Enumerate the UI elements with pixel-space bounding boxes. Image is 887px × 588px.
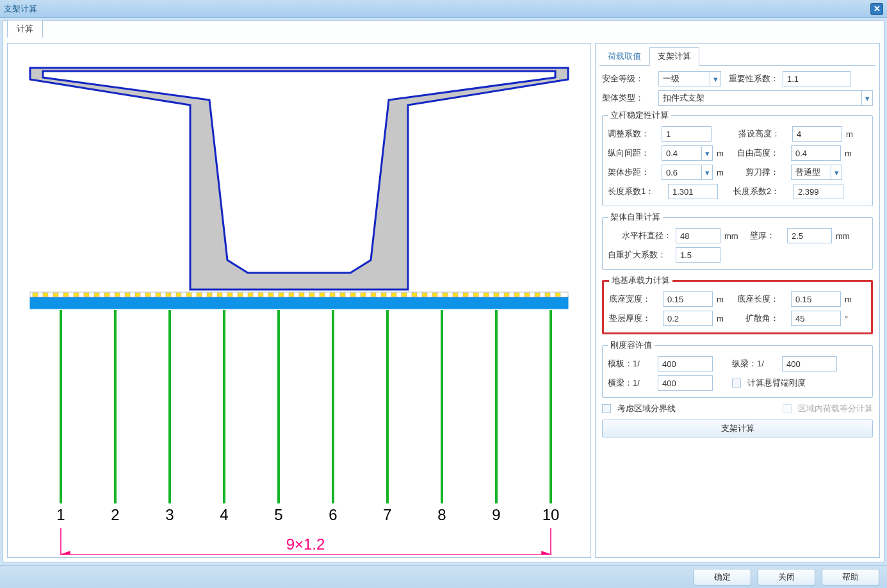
scissor-combo[interactable]: ▾ <box>791 165 842 180</box>
amp-input[interactable] <box>676 247 720 263</box>
free-unit: m <box>845 149 861 158</box>
crossb-input[interactable] <box>658 375 713 391</box>
thick-label: 壁厚： <box>750 230 783 241</box>
thick-unit: mm <box>836 231 858 241</box>
frame-type-combo[interactable]: ▾ <box>658 90 873 106</box>
longb-label: 纵梁：1/ <box>732 358 778 370</box>
svg-rect-7 <box>84 293 89 297</box>
safety-level-combo[interactable]: ▾ <box>658 71 721 86</box>
thick-input[interactable] <box>787 228 832 243</box>
longb-input[interactable] <box>782 356 837 372</box>
ok-button[interactable]: 确定 <box>694 569 751 585</box>
scissor-input[interactable] <box>791 165 831 180</box>
len1-label: 长度系数1： <box>608 186 664 197</box>
height-input[interactable] <box>792 126 842 142</box>
safety-level-input[interactable] <box>658 71 710 86</box>
height-unit: m <box>846 129 863 139</box>
step-unit: m <box>717 168 733 177</box>
bl-unit: m <box>845 295 861 304</box>
chevron-down-icon[interactable]: ▾ <box>701 145 713 161</box>
svg-rect-18 <box>197 293 202 297</box>
svg-rect-17 <box>186 293 191 297</box>
tab-compute[interactable]: 计算 <box>7 20 43 38</box>
svg-rect-31 <box>330 293 335 297</box>
svg-rect-8 <box>94 293 99 297</box>
compute-button[interactable]: 支架计算 <box>602 420 873 437</box>
group-upright: 立杆稳定性计算 调整系数： 搭设高度： m 纵向间距： <box>602 110 873 206</box>
svg-rect-43 <box>453 293 458 297</box>
svg-rect-44 <box>463 293 468 297</box>
pt-input[interactable] <box>663 311 713 326</box>
chevron-down-icon[interactable]: ▾ <box>861 90 873 106</box>
svg-rect-10 <box>115 293 120 297</box>
group-stiffness-legend: 刚度容许值 <box>608 339 655 351</box>
svg-rect-50 <box>525 293 530 297</box>
support-posts <box>61 310 551 503</box>
svg-rect-9 <box>104 293 110 297</box>
group-foundation-legend: 地基承载力计算 <box>609 275 672 286</box>
dimension-value: 9×1.2 <box>286 535 325 553</box>
len2-input[interactable] <box>793 184 843 199</box>
svg-rect-0 <box>30 297 568 309</box>
svg-marker-77 <box>61 551 70 555</box>
importance-input[interactable] <box>783 71 850 86</box>
tab-load[interactable]: 荷载取值 <box>599 47 649 65</box>
svg-rect-53 <box>555 293 560 297</box>
step-combo[interactable]: ▾ <box>662 165 713 180</box>
svg-rect-47 <box>494 293 499 297</box>
tab-support-calc[interactable]: 支架计算 <box>649 47 699 66</box>
height-label: 搭设高度： <box>738 128 788 140</box>
chevron-down-icon[interactable]: ▾ <box>831 165 842 180</box>
sub-tabs: 荷载取值 支架计算 <box>599 47 875 66</box>
svg-rect-12 <box>135 293 140 297</box>
svg-text:10: 10 <box>542 506 560 523</box>
long-input[interactable] <box>662 145 701 161</box>
free-input[interactable] <box>791 145 841 161</box>
hdiam-label: 水平杆直径： <box>608 230 672 241</box>
svg-rect-48 <box>504 293 509 297</box>
close-button[interactable]: 关闭 <box>758 569 815 585</box>
ang-input[interactable] <box>791 311 841 326</box>
svg-rect-37 <box>391 293 396 297</box>
svg-rect-14 <box>156 293 161 297</box>
region-equal-checkbox <box>783 404 792 413</box>
bw-input[interactable] <box>663 291 713 307</box>
svg-rect-35 <box>371 293 376 297</box>
bw-unit: m <box>717 295 733 304</box>
svg-rect-40 <box>422 293 427 297</box>
consider-region-checkbox[interactable] <box>602 404 611 413</box>
adjust-input[interactable] <box>662 126 712 142</box>
svg-text:2: 2 <box>111 506 119 523</box>
svg-rect-51 <box>535 293 540 297</box>
help-button[interactable]: 帮助 <box>822 569 879 585</box>
footer: 确定 关闭 帮助 <box>0 565 887 588</box>
bridge-diagram: 1 2 3 4 5 6 7 8 9 10 <box>24 49 574 555</box>
frame-type-input[interactable] <box>658 90 861 106</box>
step-input[interactable] <box>662 165 701 180</box>
formwork-label: 模板：1/ <box>608 358 654 370</box>
chevron-down-icon[interactable]: ▾ <box>710 71 721 86</box>
svg-rect-25 <box>268 293 273 297</box>
group-foundation: 地基承载力计算 底座宽度： m 底座长度： m 垫层厚度： m <box>602 275 873 334</box>
hdiam-input[interactable] <box>676 228 720 243</box>
svg-rect-4 <box>53 293 58 297</box>
close-icon[interactable]: ✕ <box>870 3 883 15</box>
cantilever-checkbox[interactable] <box>732 379 741 388</box>
svg-rect-30 <box>320 293 325 297</box>
adjust-label: 调整系数： <box>608 128 658 140</box>
svg-rect-38 <box>402 293 407 297</box>
cantilever-label: 计算悬臂端刚度 <box>747 377 806 389</box>
chevron-down-icon[interactable]: ▾ <box>701 165 713 180</box>
inner-panel: 计算 <box>3 20 884 562</box>
svg-rect-20 <box>217 293 222 297</box>
ang-unit: ° <box>845 314 861 323</box>
long-combo[interactable]: ▾ <box>662 145 713 161</box>
bl-input[interactable] <box>791 291 841 307</box>
svg-rect-52 <box>545 293 550 297</box>
svg-rect-16 <box>176 293 181 297</box>
ang-label: 扩散角： <box>737 313 787 324</box>
len2-label: 长度系数2： <box>733 186 790 197</box>
formwork-input[interactable] <box>658 356 713 372</box>
len1-input[interactable] <box>668 184 718 199</box>
form-area: 安全等级： ▾ 重要性系数： 架体类型： ▾ <box>599 66 875 440</box>
